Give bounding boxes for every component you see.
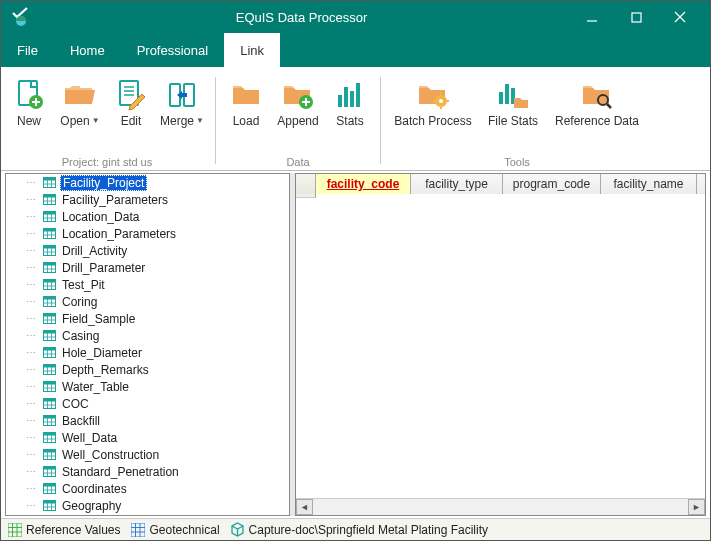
tree-item[interactable]: ⋯COC — [6, 395, 289, 412]
tree-item[interactable]: ⋯Test_Pit — [6, 276, 289, 293]
file-stats-button[interactable]: File Stats — [481, 71, 545, 156]
tree-item[interactable]: ⋯Standard_Penetration — [6, 463, 289, 480]
tab-link[interactable]: Link — [224, 33, 280, 67]
tab-professional[interactable]: Professional — [121, 33, 225, 67]
tree-item-label: Geography — [60, 499, 123, 513]
svg-rect-104 — [43, 416, 55, 419]
tree-connector-icon: ⋯ — [26, 211, 36, 222]
tree-item[interactable]: ⋯Well_Data — [6, 429, 289, 446]
svg-rect-79 — [43, 331, 55, 334]
tree-item[interactable]: ⋯Backfill — [6, 412, 289, 429]
tree-item-label: Facility_Project — [60, 175, 147, 191]
svg-rect-54 — [43, 246, 55, 249]
tree-connector-icon: ⋯ — [26, 483, 36, 494]
svg-rect-44 — [43, 212, 55, 215]
content-area: ⋯Facility_Project⋯Facility_Parameters⋯Lo… — [1, 171, 710, 518]
app-logo-icon — [9, 7, 33, 27]
new-button[interactable]: New — [7, 71, 51, 156]
menu-bar: File Home Professional Link — [1, 33, 710, 67]
tree-item[interactable]: ⋯Hole_Diameter — [6, 344, 289, 361]
status-geotechnical[interactable]: Geotechnical — [131, 522, 220, 537]
file-stats-label: File Stats — [488, 115, 538, 128]
batch-process-button[interactable]: Batch Process — [389, 71, 477, 156]
tree-item-label: Test_Pit — [60, 278, 107, 292]
svg-rect-28 — [499, 92, 503, 104]
svg-rect-34 — [43, 178, 55, 181]
scroll-track[interactable] — [313, 499, 688, 515]
tree-item[interactable]: ⋯Depth_Remarks — [6, 361, 289, 378]
column-header-facility-type[interactable]: facility_type — [411, 174, 503, 194]
svg-rect-84 — [43, 348, 55, 351]
column-header-empty — [697, 174, 705, 194]
column-header-facility-code[interactable]: facility_code — [316, 174, 411, 194]
append-label: Append — [277, 115, 318, 128]
tree-item[interactable]: ⋯Facility_Parameters — [6, 191, 289, 208]
svg-rect-119 — [43, 467, 55, 470]
table-icon — [42, 278, 56, 292]
status-geo-label: Geotechnical — [150, 523, 220, 537]
table-icon — [42, 448, 56, 462]
open-button[interactable]: Open▼ — [55, 71, 105, 156]
tree-item[interactable]: ⋯Water_Table — [6, 378, 289, 395]
edit-button[interactable]: Edit — [109, 71, 153, 156]
tree-item[interactable]: ⋯Location_Parameters — [6, 225, 289, 242]
window-controls — [570, 1, 702, 33]
tree-connector-icon: ⋯ — [26, 364, 36, 375]
tree-item-label: Casing — [60, 329, 101, 343]
stats-button[interactable]: Stats — [328, 71, 372, 156]
table-icon — [42, 176, 56, 190]
tree-item[interactable]: ⋯Casing — [6, 327, 289, 344]
table-icon — [42, 465, 56, 479]
tree-connector-icon: ⋯ — [26, 432, 36, 443]
edit-document-icon — [114, 75, 148, 115]
tree-item[interactable]: ⋯Geography — [6, 497, 289, 514]
tree-item-label: Well_Data — [60, 431, 119, 445]
tree-item[interactable]: ⋯Drill_Activity — [6, 242, 289, 259]
tree-item-label: Facility_Parameters — [60, 193, 170, 207]
tree-item[interactable]: ⋯Drill_Parameter — [6, 259, 289, 276]
tree-item[interactable]: ⋯Coordinates — [6, 480, 289, 497]
tree-item[interactable]: ⋯Location_Data — [6, 208, 289, 225]
tree-connector-icon: ⋯ — [26, 398, 36, 409]
svg-rect-29 — [505, 84, 509, 104]
edit-label: Edit — [121, 115, 142, 128]
tree-connector-icon: ⋯ — [26, 279, 36, 290]
new-label: New — [17, 115, 41, 128]
ribbon-separator — [380, 77, 381, 164]
status-capture-label: Capture-doc\Springfield Metal Plating Fa… — [249, 523, 488, 537]
status-ref-label: Reference Values — [26, 523, 121, 537]
minimize-button[interactable] — [570, 1, 614, 33]
table-icon — [42, 397, 56, 411]
scroll-right-button[interactable]: ► — [688, 499, 705, 515]
tab-home[interactable]: Home — [54, 33, 121, 67]
status-reference-values[interactable]: Reference Values — [7, 522, 121, 537]
close-button[interactable] — [658, 1, 702, 33]
column-header-facility-name[interactable]: facility_name — [601, 174, 697, 194]
svg-rect-99 — [43, 399, 55, 402]
tree-item-label: Well_Construction — [60, 448, 161, 462]
svg-rect-124 — [43, 484, 55, 487]
column-header-program-code[interactable]: program_code — [503, 174, 601, 194]
status-capture[interactable]: Capture-doc\Springfield Metal Plating Fa… — [230, 522, 488, 537]
row-header-corner[interactable] — [296, 174, 316, 194]
append-button[interactable]: Append — [272, 71, 324, 156]
merge-button[interactable]: Merge▼ — [157, 71, 207, 156]
tree-connector-icon: ⋯ — [26, 330, 36, 341]
svg-rect-18 — [338, 95, 342, 107]
table-icon — [42, 210, 56, 224]
reference-data-button[interactable]: Reference Data — [549, 71, 645, 156]
tree-item-label: Depth_Remarks — [60, 363, 151, 377]
horizontal-scrollbar[interactable]: ◄ ► — [296, 498, 705, 515]
scroll-left-button[interactable]: ◄ — [296, 499, 313, 515]
load-button[interactable]: Load — [224, 71, 268, 156]
tree-item[interactable]: ⋯Well_Construction — [6, 446, 289, 463]
svg-rect-39 — [43, 195, 55, 198]
tab-file[interactable]: File — [1, 33, 54, 67]
table-icon — [42, 329, 56, 343]
tree-item[interactable]: ⋯Coring — [6, 293, 289, 310]
tree-item[interactable]: ⋯Field_Sample — [6, 310, 289, 327]
maximize-button[interactable] — [614, 1, 658, 33]
tree-item[interactable]: ⋯Facility_Project — [6, 174, 289, 191]
folder-gear-icon — [415, 75, 451, 115]
tree-scroll[interactable]: ⋯Facility_Project⋯Facility_Parameters⋯Lo… — [6, 174, 289, 515]
